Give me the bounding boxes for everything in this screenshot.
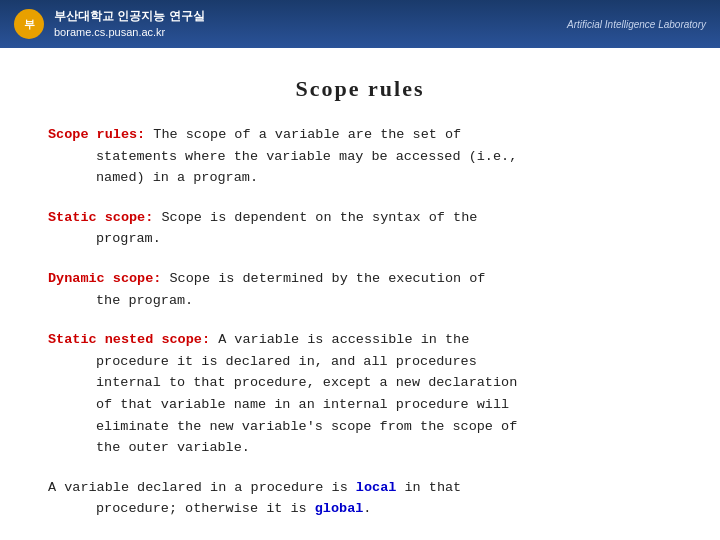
university-info: 부산대학교 인공지능 연구실 borame.cs.pusan.ac.kr (54, 9, 205, 39)
dynamic-scope-line1: Dynamic scope: Scope is determined by th… (48, 271, 485, 286)
university-url: borame.cs.pusan.ac.kr (54, 25, 205, 39)
page-title: Scope rules (48, 76, 672, 102)
scope-rules-line1: statements where the variable may be acc… (96, 149, 517, 164)
local-global-line1: A variable declared in a procedure is lo… (48, 480, 461, 495)
static-scope-line2: program. (96, 231, 161, 246)
local-global-line2: procedure; otherwise it is global. (96, 501, 371, 516)
static-nested-line1: Static nested scope: A variable is acces… (48, 332, 469, 347)
main-content: Scope rules Scope rules: The scope of a … (0, 48, 720, 540)
static-nested-line3: internal to that procedure, except a new… (96, 375, 517, 390)
static-nested-line2: procedure it is declared in, and all pro… (96, 354, 477, 369)
header-bar: 부 부산대학교 인공지능 연구실 borame.cs.pusan.ac.kr A… (0, 0, 720, 48)
scope-rules-term: Scope rules: The scope of a variable are… (48, 127, 461, 142)
university-logo: 부 (14, 9, 44, 39)
dynamic-scope-line2: the program. (96, 293, 193, 308)
static-nested-line5: eliminate the new variable's scope from … (96, 419, 517, 434)
section-dynamic-scope: Dynamic scope: Scope is determined by th… (48, 268, 672, 311)
term-global: global (315, 501, 364, 516)
term-static-scope: Static scope: (48, 210, 153, 225)
lab-name: Artificial Intelligence Laboratory (567, 19, 706, 30)
scope-rules-line2: named) in a program. (96, 170, 258, 185)
term-local: local (356, 480, 397, 495)
svg-text:부: 부 (24, 18, 35, 30)
section-static-scope: Static scope: Scope is dependent on the … (48, 207, 672, 250)
term-static-nested: Static nested scope: (48, 332, 210, 347)
term-dynamic-scope: Dynamic scope: (48, 271, 161, 286)
university-name: 부산대학교 인공지능 연구실 (54, 9, 205, 25)
section-local-global: A variable declared in a procedure is lo… (48, 477, 672, 520)
section-scope-rules: Scope rules: The scope of a variable are… (48, 124, 672, 189)
static-scope-line1: Static scope: Scope is dependent on the … (48, 210, 477, 225)
static-nested-line4: of that variable name in an internal pro… (96, 397, 509, 412)
section-static-nested: Static nested scope: A variable is acces… (48, 329, 672, 459)
static-nested-line6: the outer variable. (96, 440, 250, 455)
header-left: 부 부산대학교 인공지능 연구실 borame.cs.pusan.ac.kr (14, 9, 205, 39)
term-scope-rules: Scope rules: (48, 127, 145, 142)
